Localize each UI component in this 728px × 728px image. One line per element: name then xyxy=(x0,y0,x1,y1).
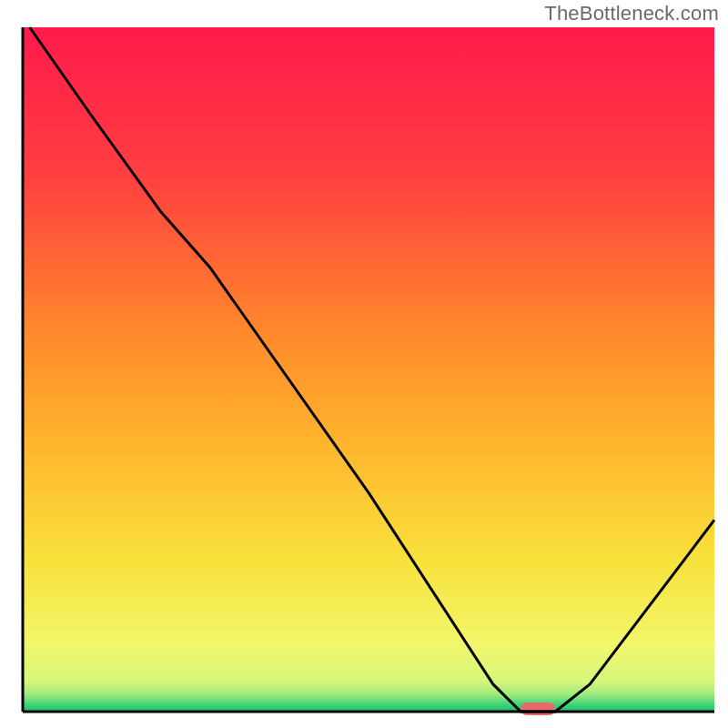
plot-background xyxy=(23,27,714,712)
bottleneck-chart xyxy=(0,0,728,728)
chart-container: { "watermark": "TheBottleneck.com", "cha… xyxy=(0,0,728,728)
watermark-text: TheBottleneck.com xyxy=(544,2,719,25)
optimal-marker xyxy=(521,703,555,715)
